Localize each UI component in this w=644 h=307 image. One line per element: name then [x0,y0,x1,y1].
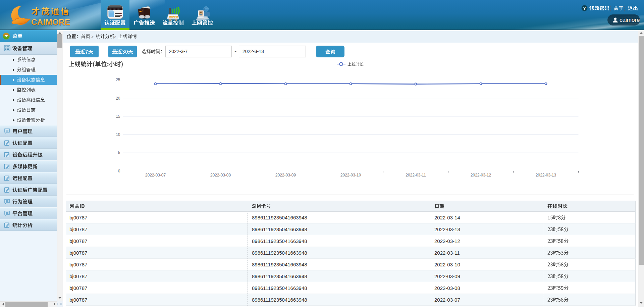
svg-text:2022-03-13: 2022-03-13 [535,173,556,177]
svg-text:CAIMORE: CAIMORE [31,17,70,27]
svg-text:2022-03-08: 2022-03-08 [210,173,231,177]
svg-text:2022-03-09: 2022-03-09 [275,173,296,177]
svg-text:20: 20 [116,96,120,101]
svg-text:2022-03-11: 2022-03-11 [406,173,426,177]
svg-text:25: 25 [116,78,120,82]
svg-text:0: 0 [118,169,120,173]
svg-text:10: 10 [116,132,120,137]
svg-text:5: 5 [118,150,120,155]
svg-text:2022-03-07: 2022-03-07 [145,173,166,177]
svg-text:2022-03-10: 2022-03-10 [340,173,361,177]
svg-text:15: 15 [116,114,120,119]
svg-text:2022-03-12: 2022-03-12 [470,173,491,177]
svg-text:?: ? [583,6,586,11]
